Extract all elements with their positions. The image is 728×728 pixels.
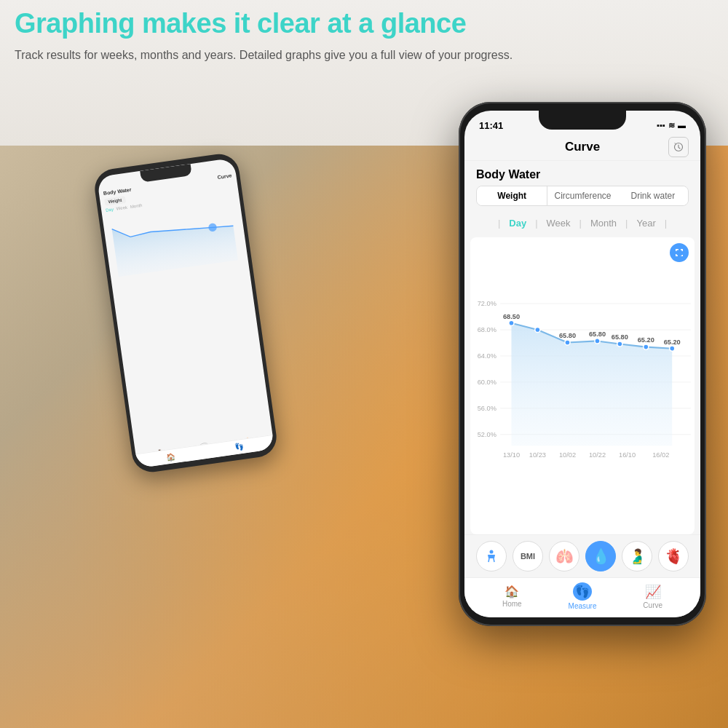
svg-text:65.80: 65.80 [589,331,606,338]
svg-text:16/10: 16/10 [619,451,636,459]
svg-point-18 [617,341,622,347]
svg-text:72.0%: 72.0% [478,300,496,307]
svg-text:65.80: 65.80 [559,332,576,339]
app-header: Curve [464,137,700,161]
nav-home-label: Home [502,600,522,608]
svg-text:64.0%: 64.0% [478,352,496,360]
period-sep-3: | [579,215,582,232]
icon-lungs[interactable]: 🫁 [549,541,579,571]
svg-point-16 [565,340,570,345]
svg-text:16/02: 16/02 [652,451,669,459]
phone-notch [539,111,626,130]
small-period-month: Month [130,203,142,209]
svg-text:56.0%: 56.0% [478,405,496,412]
small-period-week: Week [116,205,127,211]
period-month[interactable]: Month [583,215,624,232]
phone-right: 11:41 ▪▪▪ ≋ ▬ Curve Body Water Weight [459,102,706,626]
svg-point-14 [509,320,514,325]
svg-text:10/23: 10/23 [529,451,546,459]
svg-text:13/10: 13/10 [503,451,520,459]
svg-point-33 [490,550,494,554]
svg-text:68.0%: 68.0% [478,326,496,333]
section-title: Body Water [464,161,700,186]
phone-screen: 11:41 ▪▪▪ ≋ ▬ Curve Body Water Weight [464,111,700,617]
nav-measure-label: Measure [569,602,597,610]
bottom-nav: 🏠 Home 👣 Measure 📈 Curve [464,577,700,617]
tab-circumference[interactable]: Circumference [547,186,617,205]
chart-area: 72.0% 68.0% 64.0% 60.0% 56.0% 52.0% [470,237,695,534]
period-week[interactable]: Week [539,215,578,232]
svg-text:10/22: 10/22 [589,451,606,459]
chart-svg: 72.0% 68.0% 64.0% 60.0% 56.0% 52.0% [470,237,695,534]
curve-icon: 📈 [645,584,661,600]
small-phone-header-right: Curve [217,173,232,180]
period-row: | Day | Week | Month | Year | [476,215,689,232]
svg-point-19 [644,344,649,349]
svg-point-20 [670,346,675,351]
icon-person[interactable] [476,541,507,571]
svg-text:65.80: 65.80 [612,333,628,341]
icon-stomach[interactable]: 🫃 [622,541,652,571]
svg-text:65.20: 65.20 [664,339,681,346]
svg-text:60.0%: 60.0% [478,379,496,386]
sub-headline: Track results for weeks, months and year… [15,47,713,64]
small-phone-header-left: Body Water [103,187,132,196]
wifi-icon: ≋ [668,121,675,130]
home-icon: 🏠 [505,585,519,598]
icon-liver[interactable]: 🫀 [658,541,689,571]
svg-text:68.50: 68.50 [503,313,520,320]
period-sep-5: | [665,215,667,232]
period-sep-2: | [535,215,537,232]
expand-button[interactable] [670,243,689,262]
svg-point-17 [595,339,600,344]
app-title: Curve [565,140,600,154]
battery-icon: ▬ [678,121,686,130]
nav-curve[interactable]: 📈 Curve [643,584,662,609]
signal-icon: ▪▪▪ [657,121,665,130]
period-sep-1: | [498,215,500,232]
small-nav-home: 🏠 [166,452,175,462]
status-icons: ▪▪▪ ≋ ▬ [657,121,686,130]
tab-drink-water[interactable]: Drink water [618,186,688,205]
small-tab-weight: Weight [104,196,126,206]
nav-measure[interactable]: 👣 Measure [569,582,597,610]
status-time: 11:41 [479,120,503,131]
icon-water[interactable]: 💧 [585,541,616,571]
svg-point-15 [535,327,540,332]
svg-text:65.20: 65.20 [638,336,654,344]
nav-home[interactable]: 🏠 Home [502,585,522,608]
period-day[interactable]: Day [502,215,534,232]
icon-bmi[interactable]: BMI [513,541,543,571]
svg-text:52.0%: 52.0% [478,431,496,438]
headline-section: Graphing makes it clear at a glance Trac… [15,7,713,64]
svg-text:10/02: 10/02 [559,451,576,459]
nav-curve-label: Curve [643,601,662,609]
small-nav-measure: 👣 [234,443,244,452]
period-year[interactable]: Year [629,215,662,232]
measure-icon: 👣 [573,582,592,601]
small-period-day: Day [106,207,114,212]
history-icon[interactable] [668,137,689,157]
main-headline: Graphing makes it clear at a glance [15,7,713,41]
tab-weight[interactable]: Weight [477,186,547,205]
period-sep-4: | [625,215,628,232]
tabs-row: Weight Circumference Drink water [476,186,689,206]
body-icons-row: BMI 🫁 💧 🫃 🫀 [464,534,700,577]
